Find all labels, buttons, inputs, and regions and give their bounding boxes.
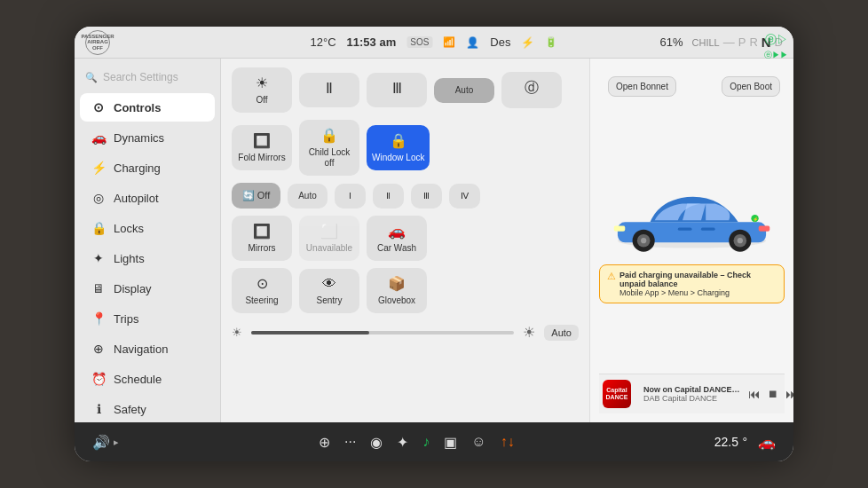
search-placeholder[interactable]: Search Settings [103,71,178,83]
spotify-icon[interactable]: ♪ [422,434,430,450]
media-taskbar-icon[interactable]: ⊕ [319,434,330,451]
sidebar-item-schedule[interactable]: ⏰ Schedule [80,365,215,393]
autopilot-icon: ◎ [91,191,107,205]
charging-icon: ⚡ [91,161,107,175]
auto-brightness-button[interactable]: Auto [544,325,579,341]
window-lock-icon: 🔒 [390,132,407,149]
signal-icon: 📶 [443,36,455,48]
auto-lights-button[interactable]: Auto [434,78,494,103]
wiper-off-button[interactable]: 🔄 Off [232,183,280,209]
dynamics-label: Dynamics [114,131,164,145]
glovebox-button[interactable]: 📦 Glovebox [367,268,427,313]
brightness-slider-fill [251,331,369,335]
sidebar-item-lights[interactable]: ✦ Lights [80,244,215,272]
gear-R[interactable]: R [749,35,757,49]
apps-icon[interactable]: ··· [344,434,356,450]
fold-mirrors-button[interactable]: 🔲 Fold Mirrors [232,125,292,170]
lights-label: Lights [114,252,145,265]
gear-P[interactable]: P [738,35,746,49]
sidebar-item-charging[interactable]: ⚡ Charging [80,153,215,182]
display-icon: 🖥 [91,281,107,295]
status-right: 61% CHILL — P R N D ⓔ▷ ⓔ▶▶ [659,35,783,50]
stop-button[interactable]: ⏹ [768,388,778,400]
camera-icon[interactable]: ◉ [370,434,383,451]
sidebar-item-safety[interactable]: ℹ Safety [80,395,215,422]
volume-icon[interactable]: 🔊 [92,434,110,451]
open-boot-button[interactable]: Open Boot [722,76,780,97]
prev-track-button[interactable]: ⏮ [748,387,761,401]
car-taskbar-icon[interactable]: 🚗 [758,434,776,451]
search-icon: 🔍 [85,72,98,83]
brightness-low-icon: ☀ [232,326,242,339]
driver-name: Des [490,35,510,49]
glovebox-icon: 📦 [388,275,406,292]
open-bonnet-button[interactable]: Open Bonnet [608,76,676,97]
main-content: 🔍 Search Settings ⊙ Controls 🚗 Dynamics … [75,59,793,422]
driving-lights-button[interactable]: Ⅲ [367,73,427,107]
lights-off-button[interactable]: ☀ Off [232,67,292,113]
trips-icon: 📍 [91,311,107,326]
child-lock-button[interactable]: 🔒 Child Lockoff [299,120,359,176]
ev-indicators: ⓔ▷ ⓔ▶▶ [764,32,788,61]
time-display: 11:53 am [347,35,397,49]
steering-button[interactable]: ⊙ Steering [232,268,292,313]
charge-warning-title: Paid charging unavailable – Check unpaid… [619,271,777,288]
sidebar-item-display[interactable]: 🖥 Display [80,274,215,303]
bluetooth-icon[interactable]: ✦ [397,434,408,451]
wiper-speed-2-button[interactable]: Ⅱ [373,184,404,209]
wiper-auto-button[interactable]: Auto [288,184,327,209]
sos-button[interactable]: SOS [406,36,432,48]
fold-mirrors-icon: 🔲 [253,132,271,149]
wiper-speed-2-label: Ⅱ [386,191,391,201]
fold-mirrors-label: Fold Mirrors [238,153,285,163]
schedule-label: Schedule [114,373,162,386]
controls-label: Controls [114,101,161,114]
brightness-slider-track[interactable] [251,331,514,335]
radio-logo-text: CapitalDANCE [606,387,628,400]
brightness-high-icon: ☀ [523,324,535,341]
charge-warning-text: Paid charging unavailable – Check unpaid… [619,271,777,297]
sidebar-item-controls[interactable]: ⊙ Controls [80,93,215,122]
car-wash-button[interactable]: 🚗 Car Wash [367,216,427,261]
sidebar-item-locks[interactable]: 🔒 Locks [80,214,215,242]
wiper-speed-4-label: Ⅳ [461,191,469,201]
wiper-speed-1-button[interactable]: Ⅰ [335,184,366,209]
sidebar-item-trips[interactable]: 📍 Trips [80,304,215,333]
wiper-speed-4-button[interactable]: Ⅳ [449,184,480,209]
wiper-off-icon: 🔄 Off [242,190,271,201]
status-bar: PASSENGERAIRBAGOFF 12°C 11:53 am SOS 📶 👤… [75,27,793,59]
svg-rect-8 [614,225,626,231]
controls-icon: ⊙ [91,100,107,114]
mirrors-button[interactable]: 🔲 Mirrors [232,216,292,261]
grid-icon[interactable]: ▣ [444,434,457,451]
trips-label: Trips [114,312,138,326]
svg-rect-9 [759,225,770,231]
wiper-speed-3-label: Ⅲ [423,191,430,201]
sidebar-item-autopilot[interactable]: ◎ Autopilot [80,184,215,212]
sidebar-item-navigation[interactable]: ⊕ Navigation [80,335,215,363]
svg-point-4 [641,238,646,243]
search-bar[interactable]: 🔍 Search Settings [75,66,220,89]
exterior-panel: Open Bonnet Open Boot [589,59,793,422]
sentry-button[interactable]: 👁 Sentry [299,269,359,313]
auto-lights-label: Auto [455,85,474,96]
sidebar-item-dynamics[interactable]: 🚗 Dynamics [80,123,215,152]
safety-label: Safety [114,403,146,416]
charge-warning-subtitle: Mobile App > Menu > Charging [619,288,777,297]
driving-icon: Ⅲ [392,80,402,97]
car-illustration: ⚡ [599,174,785,257]
glovebox-label: Glovebox [378,295,415,306]
wiper-speed-3-button[interactable]: Ⅲ [411,184,442,209]
next-track-button[interactable]: ⏭ [785,387,793,401]
battery-icon: 🔋 [545,36,557,48]
parking-lights-button[interactable]: Ⅱ [299,73,359,107]
window-lock-button[interactable]: 🔒 Window Lock [367,125,430,170]
navigation-icon: ⊕ [91,342,107,356]
music-info: Now on Capital DANCE: Mau P with Merth..… [643,385,741,403]
car-wash-icon: 🚗 [388,223,406,240]
taskbar-right: 22.5 ° 🚗 [714,434,776,451]
music-player: CapitalDANCE Now on Capital DANCE: Mau P… [599,374,785,413]
user-taskbar-icon[interactable]: ☺ [471,434,485,450]
volume-level: ▸ [114,437,119,448]
high-beam-button[interactable]: ⓓ [501,72,562,108]
